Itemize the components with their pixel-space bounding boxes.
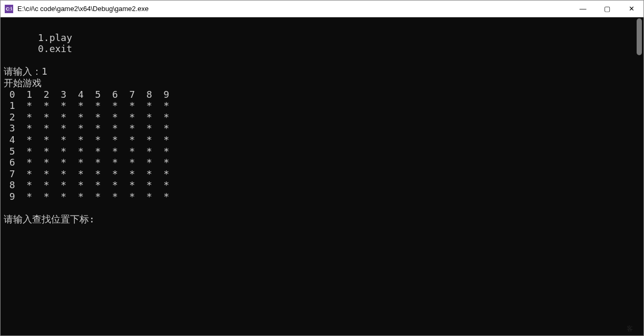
title-bar[interactable]: C:\ E:\c#\c code\game2\x64\Debug\game2.e… <box>1 1 643 17</box>
grid-header-row: 0 1 2 3 4 5 6 7 8 9 <box>4 89 169 100</box>
app-window: C:\ E:\c#\c code\game2\x64\Debug\game2.e… <box>0 0 644 336</box>
grid-row: 2 * * * * * * * * * <box>4 111 169 123</box>
menu-option-exit: 0.exit <box>4 43 72 54</box>
menu-option-play: 1.play <box>4 32 72 43</box>
user-input-line: 请输入：1 <box>4 66 47 77</box>
grid-row: 4 * * * * * * * * * <box>4 134 169 145</box>
console-output[interactable]: 1.play 0.exit 请输入：1 开始游戏 0 1 2 3 4 5 6 7… <box>1 17 635 335</box>
scrollbar-thumb[interactable] <box>637 18 642 55</box>
minimize-button[interactable]: — <box>571 1 595 17</box>
grid-row: 7 * * * * * * * * * <box>4 168 169 179</box>
grid-row: 3 * * * * * * * * * <box>4 123 169 134</box>
close-button[interactable]: ✕ <box>619 1 643 17</box>
vertical-scrollbar[interactable] <box>635 17 643 335</box>
watermark: 客 <box>627 324 633 333</box>
maximize-button[interactable]: ▢ <box>595 1 619 17</box>
app-icon: C:\ <box>5 5 13 13</box>
window-controls: — ▢ ✕ <box>571 1 643 17</box>
window-title: E:\c#\c code\game2\x64\Debug\game2.exe <box>17 5 571 13</box>
grid-row: 5 * * * * * * * * * <box>4 146 169 157</box>
start-game-msg: 开始游戏 <box>4 77 42 88</box>
grid-row: 9 * * * * * * * * * <box>4 191 169 202</box>
grid-row: 1 * * * * * * * * * <box>4 100 169 111</box>
lookup-prompt: 请输入查找位置下标: <box>4 213 95 225</box>
console-area[interactable]: 1.play 0.exit 请输入：1 开始游戏 0 1 2 3 4 5 6 7… <box>1 17 643 335</box>
grid-row: 8 * * * * * * * * * <box>4 179 169 190</box>
grid-row: 6 * * * * * * * * * <box>4 157 169 168</box>
